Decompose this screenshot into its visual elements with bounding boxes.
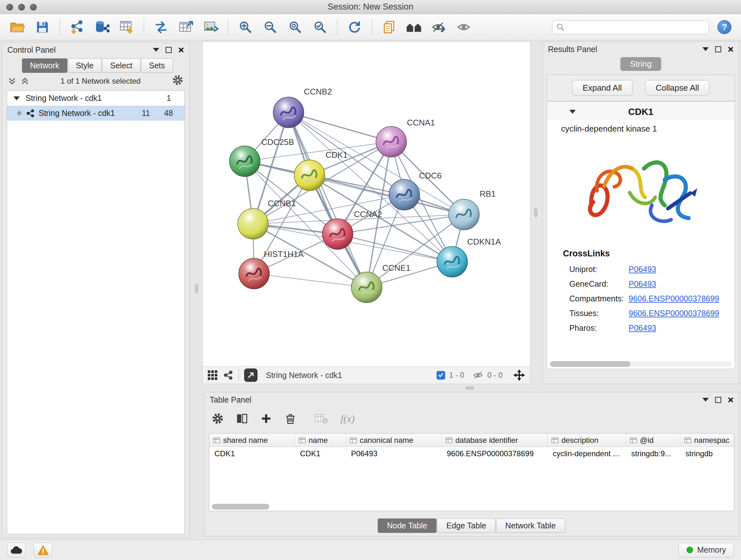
table-cell[interactable]: stringdb:9...: [626, 447, 680, 460]
help-button[interactable]: ?: [718, 20, 731, 34]
collection-expand-icon[interactable]: [13, 97, 20, 100]
table-hscrollbar[interactable]: [211, 504, 732, 509]
table-function-icon[interactable]: f(x): [340, 413, 354, 425]
open-session-button[interactable]: [7, 16, 28, 38]
minimize-window-button[interactable]: [18, 4, 25, 10]
memory-button[interactable]: Memory: [678, 543, 734, 557]
window-controls[interactable]: [6, 4, 37, 10]
panel-menu-icon[interactable]: [702, 47, 709, 51]
cloud-button[interactable]: [7, 543, 25, 557]
collapse-all-button[interactable]: Collapse All: [645, 80, 710, 96]
close-panel-icon[interactable]: ×: [728, 44, 734, 54]
float-panel-icon[interactable]: [165, 47, 172, 53]
import-table-button[interactable]: [116, 16, 138, 38]
left-splitter-handle[interactable]: [195, 284, 198, 293]
results-hscrollbar-thumb[interactable]: [550, 361, 630, 367]
collapse-all-icon[interactable]: [8, 77, 16, 85]
close-panel-icon[interactable]: ×: [728, 395, 734, 405]
crosslink-link[interactable]: P06493: [629, 276, 656, 291]
tab-edge-table[interactable]: Edge Table: [437, 518, 495, 533]
bottom-splitter-handle[interactable]: [465, 386, 474, 389]
selected-nodes-checkbox[interactable]: [436, 371, 445, 380]
network-node-RB1[interactable]: [449, 199, 479, 230]
tab-style[interactable]: Style: [68, 58, 102, 73]
panel-menu-icon[interactable]: [153, 48, 159, 52]
zoom-in-button[interactable]: [234, 16, 256, 38]
table-row[interactable]: CDK1 CDK1 P06493 9606.ENSP00000378699 cy…: [209, 447, 734, 460]
network-node-HIST1H1A[interactable]: [239, 258, 269, 289]
column-header[interactable]: name: [295, 434, 346, 447]
search-input[interactable]: [567, 23, 705, 32]
tab-node-table[interactable]: Node Table: [378, 518, 436, 533]
houses-button[interactable]: [403, 16, 425, 38]
panel-menu-icon[interactable]: [702, 398, 709, 401]
network-node-CDC25B[interactable]: [229, 146, 260, 177]
tab-sets[interactable]: Sets: [141, 58, 173, 73]
tab-network-table[interactable]: Network Table: [496, 518, 565, 533]
float-panel-icon[interactable]: [715, 397, 721, 403]
export-image-button[interactable]: [200, 16, 222, 38]
float-panel-icon[interactable]: [715, 46, 721, 52]
network-node-CCNB2[interactable]: [273, 97, 304, 128]
birdseye-view-icon[interactable]: [223, 370, 233, 380]
zoom-fit-button[interactable]: [284, 16, 306, 38]
move-crosshair-icon[interactable]: [513, 369, 526, 381]
close-window-button[interactable]: [6, 4, 13, 10]
network-node-CCNA2[interactable]: [322, 219, 353, 249]
network-svg[interactable]: CCNB2CCNA1CDC25BCDK1CDC6RB1CCNB1CCNA2CDK…: [203, 42, 530, 366]
import-network-database-button[interactable]: [91, 16, 113, 38]
column-header[interactable]: shared name: [209, 434, 295, 447]
network-node-CDK1[interactable]: [294, 160, 325, 191]
column-header[interactable]: namespac: [680, 434, 735, 447]
crosslink-link[interactable]: 9606.ENSP00000378699: [629, 291, 719, 306]
column-header[interactable]: canonical name: [346, 434, 442, 447]
network-node-CDKN1A[interactable]: [437, 246, 468, 277]
table-cell[interactable]: P06493: [346, 447, 442, 460]
zoom-selected-button[interactable]: [309, 16, 331, 38]
crosslink-link[interactable]: P06493: [629, 320, 656, 335]
table-gear-icon[interactable]: [212, 413, 224, 425]
table-cell[interactable]: CDK1: [295, 447, 346, 460]
table-delete-icon[interactable]: [284, 413, 296, 425]
column-header[interactable]: description: [548, 434, 626, 447]
string-tab[interactable]: String: [620, 57, 661, 71]
zoom-window-button[interactable]: [30, 4, 37, 10]
network-node-CCNB1[interactable]: [238, 208, 268, 239]
warnings-button[interactable]: [34, 543, 52, 557]
table-hscrollbar-thumb[interactable]: [212, 504, 269, 509]
save-session-button[interactable]: [31, 16, 53, 38]
table-cell[interactable]: stringdb: [680, 447, 735, 460]
grid-view-icon[interactable]: [207, 370, 218, 381]
network-options-gear-icon[interactable]: [172, 74, 184, 88]
tab-network[interactable]: Network: [22, 58, 67, 73]
table-cell[interactable]: CDK1: [209, 447, 295, 460]
refresh-layout-button[interactable]: [344, 16, 365, 38]
hidden-eye-icon[interactable]: [473, 370, 483, 380]
table-cell[interactable]: cyclin-dependent ...: [548, 447, 626, 460]
new-table-button[interactable]: [175, 16, 197, 38]
detach-view-button[interactable]: [244, 368, 258, 382]
network-collection-row[interactable]: String Network - cdk1 1: [7, 91, 185, 106]
gene-collapse-icon[interactable]: [569, 110, 576, 114]
column-header[interactable]: database identifier: [442, 434, 548, 447]
annotations-toggle-button[interactable]: [428, 16, 450, 38]
network-node-CCNE1[interactable]: [351, 272, 382, 303]
close-panel-icon[interactable]: ×: [178, 45, 184, 55]
column-header[interactable]: @id: [626, 434, 680, 447]
right-splitter-handle[interactable]: [534, 208, 537, 217]
toolbar-search[interactable]: [552, 20, 709, 34]
crosslink-link[interactable]: P06493: [629, 262, 656, 276]
network-node-CDC6[interactable]: [389, 179, 420, 210]
network-view[interactable]: CCNB2CCNA1CDC25BCDK1CDC6RB1CCNB1CCNA2CDK…: [202, 42, 530, 384]
network-node-CCNA1[interactable]: [376, 126, 407, 157]
table-add-icon[interactable]: [260, 413, 272, 425]
table-cell[interactable]: 9606.ENSP00000378699: [442, 447, 548, 460]
document-button[interactable]: [378, 16, 400, 38]
table-columns-icon[interactable]: [236, 413, 248, 425]
crosslink-link[interactable]: 9606.ENSP00000378699: [629, 306, 719, 320]
show-details-button[interactable]: [453, 16, 475, 38]
expand-all-icon[interactable]: [21, 77, 29, 85]
expand-all-button[interactable]: Expand All: [572, 80, 632, 96]
gene-header-row[interactable]: CDK1: [547, 102, 735, 119]
tab-select[interactable]: Select: [102, 58, 140, 73]
